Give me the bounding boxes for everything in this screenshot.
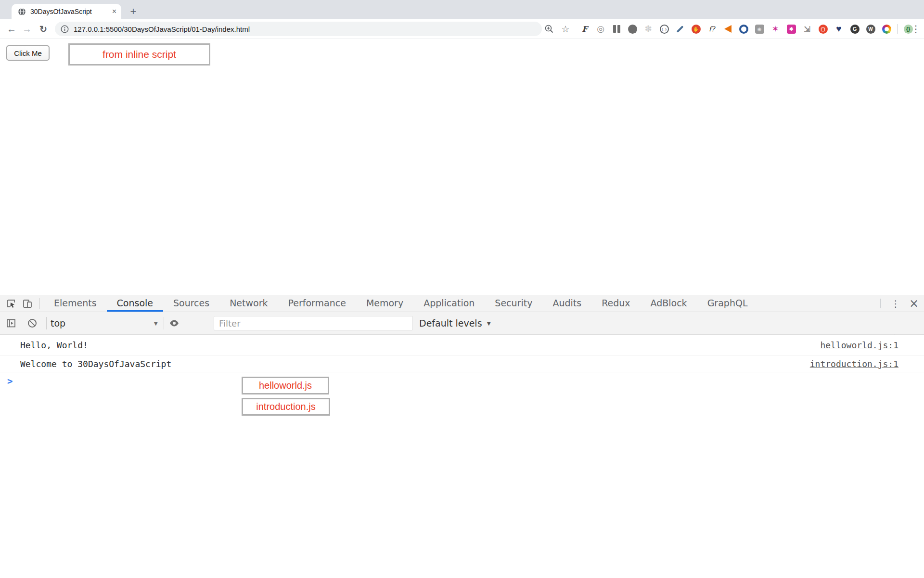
- red-square-icon[interactable]: ▢: [818, 24, 828, 34]
- tab-console[interactable]: Console: [107, 295, 163, 312]
- info-icon[interactable]: [61, 25, 69, 33]
- camera-icon[interactable]: ◉: [754, 24, 765, 34]
- braces-circle-icon[interactable]: {..}: [659, 24, 669, 34]
- flower-icon[interactable]: ✽: [643, 24, 654, 34]
- tab-application[interactable]: Application: [413, 295, 485, 312]
- url-text: 127.0.0.1:5500/30DaysOfJavaScript/01-Day…: [74, 25, 250, 33]
- tab-audits[interactable]: Audits: [542, 295, 591, 312]
- columns-icon[interactable]: [611, 24, 622, 34]
- address-bar[interactable]: 127.0.0.1:5500/30DaysOfJavaScript/01-Day…: [55, 22, 542, 36]
- bug-icon[interactable]: [627, 24, 638, 34]
- eyedropper-icon[interactable]: [675, 24, 685, 34]
- log-levels-label: Default levels: [419, 318, 482, 328]
- click-me-button[interactable]: Click Me: [6, 45, 50, 61]
- g-circle-icon[interactable]: G: [849, 24, 860, 34]
- console-toolbar: top ▼ Default levels ▼: [0, 312, 924, 335]
- heart-search-icon[interactable]: ♥: [834, 24, 844, 34]
- tab-security[interactable]: Security: [485, 295, 542, 312]
- console-source-link[interactable]: introduction.js:1: [810, 359, 898, 369]
- devtools-close-icon[interactable]: ×: [904, 295, 924, 312]
- console-message: Welcome to 30DaysOfJavaScript: [20, 359, 171, 369]
- console-output: Hello, World! helloworld.js:1 Welcome to…: [0, 335, 924, 578]
- tab-memory[interactable]: Memory: [356, 295, 413, 312]
- device-toolbar-icon[interactable]: [19, 295, 36, 312]
- console-message: Hello, World!: [20, 340, 88, 350]
- font-question-icon[interactable]: f?: [706, 24, 717, 34]
- devtools-tabbar: Elements Console Sources Network Perform…: [0, 295, 924, 312]
- clear-console-icon[interactable]: [25, 316, 39, 330]
- console-prompt[interactable]: >: [0, 372, 924, 390]
- annotation-helloworld: helloworld.js: [242, 377, 329, 394]
- inspect-element-icon[interactable]: [3, 295, 19, 312]
- tab-sources[interactable]: Sources: [163, 295, 219, 312]
- prompt-chevron-icon: >: [7, 376, 13, 386]
- forward-button[interactable]: →: [19, 21, 35, 37]
- chevron-down-icon: ▼: [487, 320, 491, 327]
- corner-arrows-icon[interactable]: ⇲: [802, 24, 812, 34]
- reload-button[interactable]: ↻: [36, 21, 51, 37]
- chevron-down-icon: ▼: [154, 320, 158, 327]
- divider: [164, 317, 164, 329]
- globe-favicon-icon: [18, 8, 26, 16]
- extensions-row: F◎✽{..}✋f?◉✶✱⇲▢♥GW{}: [579, 19, 913, 39]
- new-tab-button[interactable]: +: [125, 4, 141, 19]
- tab-adblock[interactable]: AdBlock: [641, 295, 697, 312]
- devtools-menu-icon[interactable]: ⋮: [887, 298, 904, 309]
- tab-title: 30DaysOfJavaScript: [30, 8, 112, 15]
- divider: [880, 299, 881, 308]
- console-message-row: Hello, World! helloworld.js:1: [0, 335, 924, 355]
- devtools-panel: Elements Console Sources Network Perform…: [0, 295, 924, 578]
- web-page: Click Me from inline script: [0, 39, 924, 294]
- tab-graphql[interactable]: GraphQL: [697, 295, 758, 312]
- console-source-link[interactable]: helloworld.js:1: [820, 340, 898, 350]
- fonts-ninja-icon[interactable]: F: [579, 24, 590, 34]
- back-button[interactable]: ←: [4, 21, 19, 37]
- tab-redux[interactable]: Redux: [591, 295, 640, 312]
- console-message-row: Welcome to 30DaysOfJavaScript introducti…: [0, 355, 924, 372]
- inline-script-box: from inline script: [68, 43, 210, 66]
- context-label: top: [51, 318, 65, 328]
- pink-gear-icon[interactable]: ✱: [786, 24, 796, 34]
- tab-network[interactable]: Network: [219, 295, 278, 312]
- filter-input[interactable]: [214, 316, 413, 330]
- browser-window: 30DaysOfJavaScript × + ← → ↻ 127.0.0.1:5…: [0, 0, 924, 578]
- console-sidebar-toggle-icon[interactable]: [4, 316, 18, 330]
- zoom-icon[interactable]: [542, 22, 556, 36]
- rainbow-ring-icon[interactable]: [881, 24, 892, 34]
- megaphone-icon[interactable]: [722, 24, 733, 34]
- context-selector[interactable]: top ▼: [47, 318, 164, 328]
- tab-elements[interactable]: Elements: [44, 295, 107, 312]
- live-expression-eye-icon[interactable]: [167, 316, 181, 330]
- browser-menu-icon[interactable]: ⋮: [909, 19, 923, 39]
- tab-performance[interactable]: Performance: [278, 295, 356, 312]
- tab-close-icon[interactable]: ×: [112, 8, 116, 15]
- blue-ring-icon[interactable]: [738, 24, 749, 34]
- orbit-icon[interactable]: ◎: [595, 24, 606, 34]
- tab-strip: 30DaysOfJavaScript × +: [0, 0, 924, 19]
- w-circle-icon[interactable]: W: [865, 24, 876, 34]
- log-levels-dropdown[interactable]: Default levels ▼: [419, 312, 491, 334]
- divider: [39, 298, 40, 309]
- stop-hand-icon[interactable]: ✋: [691, 24, 701, 34]
- browser-tab[interactable]: 30DaysOfJavaScript ×: [12, 4, 121, 19]
- bookmark-star-icon[interactable]: ☆: [558, 22, 573, 36]
- divider: [897, 24, 898, 34]
- hexagram-icon[interactable]: ✶: [770, 24, 781, 34]
- annotation-introduction: introduction.js: [242, 398, 330, 416]
